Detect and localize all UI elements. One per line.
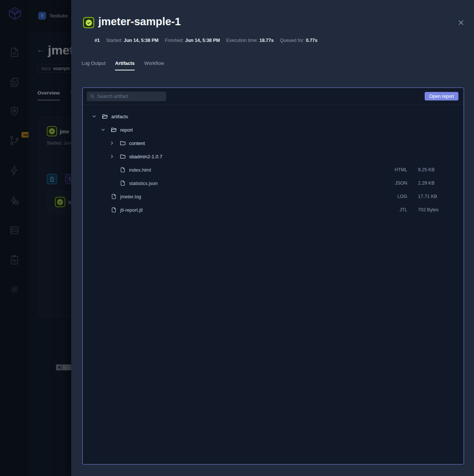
artifacts-panel: Open report artifactsreportcontentsbadmi… [82, 87, 464, 465]
artifact-name: sbadmin2-1.0.7 [129, 154, 162, 159]
sidebar-item-test-workflows[interactable] [9, 135, 20, 146]
tab-artifacts[interactable]: Artifacts [115, 60, 135, 70]
artifact-name: content [129, 141, 145, 146]
artifact-size: 2.29 KB [418, 181, 434, 186]
artifact-row[interactable]: index.htmlHTML9.25 KB [83, 163, 464, 176]
tab-workflow[interactable]: Workflow [144, 60, 164, 70]
chevron-down-icon[interactable] [92, 114, 96, 119]
docs-tag-value: example [53, 66, 70, 71]
queued-value: 0.77s [306, 38, 317, 43]
finished-label: Finished: [165, 38, 184, 43]
workspace-avatar[interactable]: T [38, 12, 46, 20]
artifact-size: 9.25 KB [418, 167, 434, 172]
artifact-search[interactable] [87, 92, 166, 101]
close-icon[interactable] [456, 18, 466, 27]
execution-card-started: Started: June [47, 141, 71, 146]
status-passed-icon [47, 126, 57, 136]
artifacts-panel-header: Open report [83, 88, 464, 105]
app-screen: NEW [0, 0, 474, 476]
artifact-row[interactable]: sbadmin2-1.0.7 [83, 150, 464, 163]
folder-icon [120, 153, 126, 159]
zip-file-badge[interactable] [47, 174, 57, 184]
open-report-button[interactable]: Open report [425, 92, 458, 100]
folder-icon [120, 140, 126, 146]
artifact-row[interactable]: content [83, 136, 464, 150]
artifact-size: 17.71 KB [418, 194, 437, 199]
file-icon [111, 194, 117, 199]
file-icon [120, 180, 126, 186]
tab-overview[interactable]: Overview [37, 90, 60, 100]
started-label: Started: [106, 38, 122, 43]
tab-log-output[interactable]: Log Output [82, 60, 105, 70]
chevron-right-icon[interactable] [110, 141, 114, 145]
artifact-name: index.html [129, 167, 151, 173]
artifact-name: jmeter.log [120, 194, 141, 199]
file-icon [120, 167, 126, 173]
sidebar-item-test-suites[interactable] [9, 77, 20, 88]
search-icon [90, 94, 95, 99]
artifact-name: report [120, 127, 133, 133]
artifact-row[interactable]: jmeter.logLOG17.71 KB [83, 190, 464, 203]
scroll-left-button[interactable] [56, 364, 62, 370]
sidebar-item-tests[interactable] [9, 47, 20, 58]
init-step-label: In [68, 199, 71, 205]
chevron-down-icon[interactable] [101, 128, 105, 132]
artifact-row[interactable]: jtl-report.jtlJTL702 Bytes [83, 203, 464, 216]
sidebar-item-executors[interactable] [9, 195, 20, 206]
artifact-row[interactable]: report [83, 123, 464, 136]
execution-card[interactable]: jme Started: June In [38, 117, 71, 317]
execution-title: jmeter-sample-1 [98, 16, 181, 28]
sidebar-item-triggers[interactable] [9, 165, 20, 176]
execution-meta: #1 Started:Jun 14, 5:38 PM Finished:Jun … [95, 38, 317, 43]
sidebar-item-sources[interactable] [9, 225, 20, 236]
scrollbar-thumb[interactable] [62, 364, 71, 370]
execution-card-name: jme [60, 128, 69, 135]
file-icon [111, 207, 117, 213]
background-page-title: jmet [48, 43, 71, 57]
artifact-name: statistics.json [129, 181, 158, 186]
artifact-type: HTML [395, 167, 407, 172]
finished-value: Jun 14, 5:38 PM [185, 38, 220, 43]
docs-tag: docs: example [37, 64, 71, 73]
status-passed-icon [55, 197, 65, 207]
docs-tag-label: docs: [41, 66, 52, 71]
execution-number: #1 [95, 38, 100, 43]
artifact-name: artifacts [111, 114, 128, 119]
artifact-size: 702 Bytes [418, 207, 439, 212]
queued-label: Queued for: [280, 38, 305, 43]
app-sidebar: NEW [0, 0, 29, 476]
sidebar-item-status-pages[interactable] [9, 254, 20, 265]
execution-time-label: Execution time: [226, 38, 258, 43]
artifact-tree: artifactsreportcontentsbadmin2-1.0.7inde… [83, 110, 464, 216]
drawer-tabs: Log Output Artifacts Workflow [82, 60, 164, 70]
chevron-right-icon[interactable] [110, 154, 114, 159]
folder-open-icon [102, 113, 108, 119]
search-input[interactable] [97, 93, 163, 99]
execution-time-value: 18.77s [259, 38, 273, 43]
horizontal-scrollbar[interactable] [56, 364, 71, 370]
artifact-type: LOG [398, 194, 407, 199]
execution-drawer: jmeter-sample-1 #1 Started:Jun 14, 5:38 … [71, 0, 474, 476]
artifact-type: JTL [399, 207, 407, 212]
back-arrow-icon[interactable]: ← [37, 45, 45, 54]
git-commit-badge[interactable] [65, 174, 71, 184]
started-value: Jun 14, 5:38 PM [124, 38, 159, 43]
background-page: T Testkube ← jmet docs: example Overview… [29, 0, 71, 476]
sidebar-item-webhooks[interactable] [9, 106, 20, 117]
status-passed-icon [83, 17, 94, 28]
artifact-type: JSON [395, 181, 407, 186]
sidebar-item-settings[interactable] [9, 284, 20, 295]
folder-open-icon [111, 127, 117, 133]
artifact-row[interactable]: statistics.jsonJSON2.29 KB [83, 176, 464, 190]
artifact-row[interactable]: artifacts [83, 110, 464, 123]
artifact-name: jtl-report.jtl [120, 207, 143, 213]
init-step-row[interactable]: In [47, 191, 71, 215]
testkube-logo-icon[interactable] [7, 6, 23, 22]
workspace-name: Testkube [49, 13, 68, 19]
